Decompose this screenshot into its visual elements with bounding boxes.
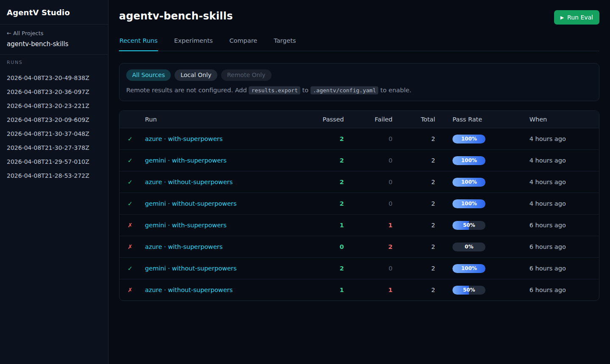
pass-rate-label: 100% <box>452 264 485 273</box>
sidebar-run-item[interactable]: 2026-04-08T21-30-37-048Z <box>0 127 108 141</box>
runs-section-label: RUNS <box>0 60 108 65</box>
total-count: 2 <box>397 215 440 236</box>
status-cell: ✗ <box>119 215 141 236</box>
tab-compare[interactable]: Compare <box>229 37 258 51</box>
column-header-when: When <box>522 111 599 128</box>
remote-notice-text: to enable. <box>378 87 411 94</box>
run-link[interactable]: azure · with-superpowers <box>145 135 222 142</box>
sidebar-run-item[interactable]: 2026-04-08T23-20-09-609Z <box>0 113 108 127</box>
sidebar-runs-section: RUNS 2026-04-08T23-20-49-838Z2026-04-08T… <box>0 55 108 182</box>
when-cell: 6 hours ago <box>522 258 599 279</box>
table-row: ✓gemini · without-superpowers202100%4 ho… <box>119 193 599 215</box>
table-row: ✓gemini · with-superpowers202100%4 hours… <box>119 150 599 171</box>
table-header-row: RunPassedFailedTotalPass RateWhen <box>119 111 599 128</box>
run-cell: gemini · without-superpowers <box>141 193 298 215</box>
check-icon: ✓ <box>128 179 133 185</box>
failed-count: 0 <box>348 171 397 193</box>
table-body: ✓azure · with-superpowers202100%4 hours … <box>119 128 599 301</box>
total-count: 2 <box>397 236 440 258</box>
run-link[interactable]: azure · without-superpowers <box>145 179 233 185</box>
pass-rate-pill: 100% <box>452 135 485 143</box>
remote-notice-text: to <box>300 87 311 94</box>
run-link[interactable]: azure · without-superpowers <box>145 287 233 293</box>
pass-rate-label: 100% <box>452 135 485 143</box>
status-cell: ✓ <box>119 193 141 215</box>
run-link[interactable]: azure · with-superpowers <box>145 243 222 250</box>
code-config-yaml: .agentv/config.yaml <box>311 86 379 94</box>
total-count: 2 <box>397 150 440 171</box>
run-link[interactable]: gemini · with-superpowers <box>145 157 227 164</box>
pass-rate-pill: 100% <box>452 264 485 273</box>
sidebar-run-item[interactable]: 2026-04-08T21-29-57-010Z <box>0 154 108 168</box>
run-cell: azure · with-superpowers <box>141 236 298 258</box>
pass-rate-pill: 100% <box>452 156 485 165</box>
run-eval-button[interactable]: ▶ Run Eval <box>554 10 599 25</box>
pass-rate-cell: 50% <box>439 215 522 236</box>
tab-experiments[interactable]: Experiments <box>174 37 213 51</box>
pass-rate-cell: 100% <box>439 128 522 150</box>
check-icon: ✓ <box>128 265 133 272</box>
run-cell: gemini · without-superpowers <box>141 258 298 279</box>
pass-rate-cell: 0% <box>439 236 522 258</box>
when-cell: 4 hours ago <box>522 193 599 215</box>
check-icon: ✓ <box>128 200 133 207</box>
when-cell: 4 hours ago <box>522 150 599 171</box>
run-link[interactable]: gemini · without-superpowers <box>145 265 236 272</box>
passed-count: 2 <box>298 258 348 279</box>
status-cell: ✓ <box>119 128 141 150</box>
pass-rate-cell: 100% <box>439 193 522 215</box>
sidebar-project-section: ← All Projects agentv-bench-skills <box>0 25 108 55</box>
column-header-pass-rate: Pass Rate <box>439 111 522 128</box>
source-filter-chips: All SourcesLocal OnlyRemote Only <box>126 69 592 81</box>
total-count: 2 <box>397 279 440 301</box>
table-row: ✓gemini · without-superpowers202100%6 ho… <box>119 258 599 279</box>
run-eval-label: Run Eval <box>567 14 593 21</box>
tab-recent-runs[interactable]: Recent Runs <box>119 37 158 51</box>
pass-rate-label: 0% <box>452 243 485 251</box>
passed-count: 1 <box>298 279 348 301</box>
when-cell: 6 hours ago <box>522 215 599 236</box>
when-cell: 4 hours ago <box>522 128 599 150</box>
run-cell: gemini · with-superpowers <box>141 150 298 171</box>
run-link[interactable]: gemini · with-superpowers <box>145 222 227 229</box>
chip-local-only[interactable]: Local Only <box>175 69 217 81</box>
runs-table-card: RunPassedFailedTotalPass RateWhen ✓azure… <box>119 110 599 301</box>
sidebar-run-item[interactable]: 2026-04-08T21-30-27-378Z <box>0 141 108 154</box>
sidebar-project-name: agentv-bench-skills <box>7 40 101 48</box>
tab-bar: Recent RunsExperimentsCompareTargets <box>119 37 599 51</box>
main-header: agentv-bench-skills ▶ Run Eval <box>119 0 599 25</box>
sidebar-run-item[interactable]: 2026-04-08T23-20-49-838Z <box>0 71 108 85</box>
total-count: 2 <box>397 128 440 150</box>
table-row: ✗azure · without-superpowers11250%6 hour… <box>119 279 599 301</box>
main-content: agentv-bench-skills ▶ Run Eval Recent Ru… <box>108 0 610 364</box>
run-cell: azure · with-superpowers <box>141 128 298 150</box>
failed-count: 1 <box>348 215 397 236</box>
sidebar-run-item[interactable]: 2026-04-08T23-20-23-221Z <box>0 99 108 113</box>
total-count: 2 <box>397 258 440 279</box>
passed-count: 2 <box>298 150 348 171</box>
table-row: ✓azure · without-superpowers202100%4 hou… <box>119 171 599 193</box>
page-title: agentv-bench-skills <box>119 10 233 22</box>
chip-all-sources[interactable]: All Sources <box>126 69 171 81</box>
passed-count: 2 <box>298 193 348 215</box>
x-icon: ✗ <box>128 243 133 250</box>
pass-rate-label: 100% <box>452 199 485 208</box>
pass-rate-cell: 100% <box>439 171 522 193</box>
app-window: AgentV Studio ← All Projects agentv-benc… <box>0 0 610 364</box>
when-cell: 4 hours ago <box>522 171 599 193</box>
code-results-export: results.export <box>249 86 300 94</box>
sidebar-run-item[interactable]: 2026-04-08T21-28-53-272Z <box>0 168 108 182</box>
status-cell: ✗ <box>119 279 141 301</box>
run-link[interactable]: gemini · without-superpowers <box>145 200 236 207</box>
pass-rate-pill: 0% <box>452 243 485 251</box>
failed-count: 0 <box>348 193 397 215</box>
tab-targets[interactable]: Targets <box>273 37 296 51</box>
sidebar: AgentV Studio ← All Projects agentv-benc… <box>0 0 108 364</box>
all-projects-link[interactable]: ← All Projects <box>7 30 101 36</box>
sidebar-run-item[interactable]: 2026-04-08T23-20-36-097Z <box>0 85 108 99</box>
passed-count: 2 <box>298 171 348 193</box>
x-icon: ✗ <box>128 287 133 293</box>
pass-rate-cell: 100% <box>439 258 522 279</box>
failed-count: 2 <box>348 236 397 258</box>
column-header-run: Run <box>141 111 298 128</box>
